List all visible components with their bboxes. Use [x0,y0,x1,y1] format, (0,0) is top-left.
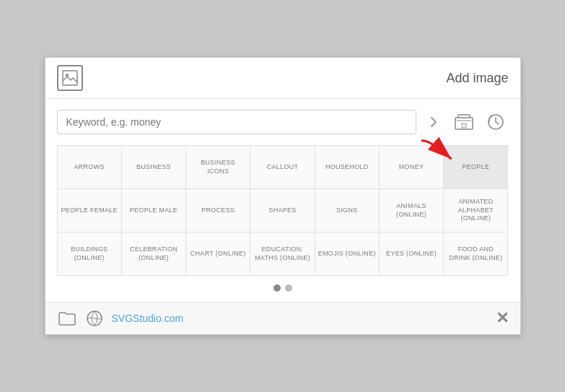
dialog-footer: SVGStudio.com ✕ [45,302,520,334]
category-eyes[interactable]: EYES (ONLINE) [380,232,444,276]
category-process[interactable]: PROCESS [186,189,250,232]
category-education-maths[interactable]: EDUCATION: MATHS (ONLINE) [250,232,315,276]
category-celebration[interactable]: CELEBRATION (ONLINE) [122,232,186,276]
search-row [57,109,509,135]
history-icon-button[interactable] [483,109,509,135]
search-input[interactable] [57,110,416,134]
category-emojis[interactable]: EMOJIS (ONLINE) [315,232,380,276]
category-money[interactable]: MONEY [380,146,444,189]
category-animals-online[interactable]: ANIMALS (ONLINE) [380,189,444,232]
folder-icon[interactable] [57,308,77,328]
pagination [57,284,509,292]
category-household[interactable]: HOUSEHOLD [315,146,380,189]
category-people-male[interactable]: PEOPLE MALE [122,189,186,232]
pagination-dot-2[interactable] [285,284,292,292]
image-icon [57,65,83,91]
category-signs[interactable]: SIGNS [315,189,380,232]
category-callout[interactable]: CALLOUT [250,146,315,189]
svg-rect-3 [462,123,466,128]
pagination-dot-1[interactable] [273,284,281,292]
dialog-title: Add image [446,71,508,86]
dialog-header: Add image [45,58,520,99]
add-image-dialog: Add image [45,57,521,335]
category-chart[interactable]: CHART (ONLINE) [186,232,250,276]
categories-grid: ARROWS BUSINESS BUSINESS ICONS CALLOUT H… [57,145,509,276]
category-food-drink[interactable]: FOOD AND DRINK (ONLINE) [444,232,508,276]
close-button[interactable]: ✕ [496,309,509,328]
svgstudio-link[interactable]: SVGStudio.com [112,313,489,324]
dialog-body: ARROWS BUSINESS BUSINESS ICONS CALLOUT H… [45,99,520,302]
search-submit-button[interactable] [422,110,445,134]
category-buildings[interactable]: BUILDINGS (ONLINE) [58,232,122,276]
category-business[interactable]: BUSINESS [122,146,186,189]
category-people-female[interactable]: PEOPLE FEMALE [58,189,122,232]
category-business-icons[interactable]: BUSINESS ICONS [186,146,250,189]
category-people[interactable]: PEOPLE [444,146,508,189]
category-shapes[interactable]: SHAPES [250,189,315,232]
globe-icon[interactable] [84,308,105,328]
category-animated-alphabet[interactable]: ANIMATED ALPHABET (ONLINE) [444,189,508,232]
library-icon-button[interactable] [451,109,477,135]
category-arrows[interactable]: ARROWS [58,146,122,189]
header-left [57,65,83,91]
